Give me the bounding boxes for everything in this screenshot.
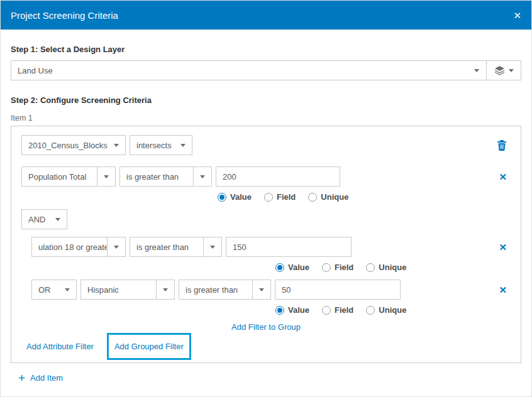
- target-layer-dropdown[interactable]: 2010_Census_Blocks: [21, 135, 126, 155]
- filter3-field-dropdown[interactable]: Hispanic: [80, 280, 175, 300]
- radio-field-label: Field: [335, 305, 353, 315]
- chevron-down-icon: [174, 136, 192, 155]
- chevron-down-icon: [156, 280, 174, 299]
- radio-icon[interactable]: [366, 306, 375, 315]
- group-conjunction-dropdown[interactable]: AND: [21, 209, 67, 229]
- filter3-operator-dropdown[interactable]: is greater than: [179, 280, 271, 300]
- filter3-field-value: Hispanic: [81, 280, 156, 299]
- filter2-field-dropdown[interactable]: ulation 18 or greater: [31, 237, 126, 257]
- item-label: Item 1: [11, 114, 521, 122]
- radio-icon[interactable]: [264, 193, 273, 202]
- filter3-row: OR Hispanic is greater than ✕: [31, 280, 511, 300]
- filter3-value-input[interactable]: [275, 280, 401, 300]
- project-screening-dialog: Project Screening Criteria ✕ Step 1: Sel…: [0, 0, 532, 397]
- chevron-down-icon: [58, 280, 76, 299]
- design-layer-select[interactable]: Land Use: [11, 60, 521, 80]
- chevron-down-icon: [97, 167, 115, 186]
- filter-group: ulation 18 or greater is greater than ✕ …: [31, 237, 511, 315]
- filter1-row: Population Total is greater than ✕: [21, 166, 511, 187]
- chevron-down-icon[interactable]: [467, 61, 486, 80]
- add-item-label: Add Item: [30, 373, 63, 383]
- filter3-conjunction-value: OR: [32, 280, 58, 299]
- delete-item-button[interactable]: [497, 139, 511, 151]
- filter1-operator-dropdown[interactable]: is greater than: [119, 166, 212, 187]
- radio-option-unique[interactable]: Unique: [308, 192, 348, 202]
- remove-filter1-icon[interactable]: ✕: [499, 172, 511, 182]
- add-filter-to-group-link[interactable]: Add Filter to Group: [231, 322, 301, 332]
- chevron-down-icon: [203, 237, 221, 256]
- plus-icon: +: [18, 372, 25, 384]
- radio-icon[interactable]: [308, 193, 317, 202]
- radio-icon[interactable]: [322, 306, 331, 315]
- add-grouped-filter-link[interactable]: Add Grouped Filter: [114, 342, 184, 351]
- filter2-row: ulation 18 or greater is greater than ✕: [31, 237, 511, 257]
- add-filter-to-group-row: Add Filter to Group: [21, 322, 511, 332]
- dialog-title: Project Screening Criteria: [11, 10, 118, 21]
- close-icon[interactable]: ✕: [513, 11, 521, 20]
- layer-relation-row: 2010_Census_Blocks intersects: [21, 135, 511, 155]
- criteria-panel: 2010_Census_Blocks intersects: [11, 126, 521, 363]
- radio-selected-icon[interactable]: [218, 193, 226, 202]
- radio-option-field[interactable]: Field: [264, 192, 296, 202]
- filter3-conjunction-dropdown[interactable]: OR: [31, 280, 77, 300]
- layer-options-button[interactable]: [486, 61, 521, 80]
- spatial-relation-dropdown[interactable]: intersects: [130, 135, 192, 155]
- radio-option-field[interactable]: Field: [322, 305, 353, 315]
- step1-heading: Step 1: Select a Design Layer: [11, 45, 521, 54]
- remove-filter2-icon[interactable]: ✕: [499, 242, 511, 252]
- add-grouped-filter-highlight: Add Grouped Filter: [107, 333, 191, 360]
- radio-option-value[interactable]: Value: [275, 305, 309, 315]
- filter1-mode-radios: Value Field Unique: [218, 192, 511, 202]
- chevron-down-icon: [108, 136, 125, 155]
- target-layer-value: 2010_Census_Blocks: [22, 136, 108, 155]
- radio-value-label: Value: [230, 192, 252, 202]
- chevron-down-icon: [252, 280, 270, 299]
- filter2-value-input[interactable]: [226, 237, 352, 257]
- remove-filter3-icon[interactable]: ✕: [499, 285, 511, 295]
- radio-unique-label: Unique: [379, 263, 406, 272]
- chevron-down-icon: [49, 210, 67, 229]
- group-conjunction-row: AND: [21, 209, 511, 229]
- radio-selected-icon[interactable]: [275, 306, 284, 315]
- filter1-field-dropdown[interactable]: Population Total: [21, 166, 116, 187]
- radio-field-label: Field: [277, 192, 296, 202]
- trash-icon: [497, 139, 507, 151]
- group-conjunction-value: AND: [22, 210, 49, 229]
- radio-option-value[interactable]: Value: [275, 263, 309, 272]
- radio-option-field[interactable]: Field: [322, 263, 353, 272]
- filter3-operator-value: is greater than: [179, 280, 252, 299]
- radio-value-label: Value: [288, 305, 309, 315]
- step2-heading: Step 2: Configure Screening Criteria: [11, 95, 521, 105]
- spatial-relation-value: intersects: [130, 136, 174, 155]
- radio-field-label: Field: [335, 263, 353, 272]
- filter3-mode-radios: Value Field Unique: [275, 305, 511, 315]
- radio-icon[interactable]: [322, 263, 331, 272]
- radio-unique-label: Unique: [321, 192, 348, 202]
- dialog-header: Project Screening Criteria ✕: [1, 1, 531, 30]
- filter1-value-input[interactable]: [216, 166, 340, 187]
- radio-option-value[interactable]: Value: [218, 192, 252, 202]
- filter1-field-value: Population Total: [22, 167, 97, 186]
- radio-option-unique[interactable]: Unique: [366, 263, 406, 272]
- dialog-body: Step 1: Select a Design Layer Land Use S…: [1, 30, 531, 384]
- radio-option-unique[interactable]: Unique: [366, 305, 406, 315]
- chevron-down-icon: [107, 237, 125, 256]
- filter2-mode-radios: Value Field Unique: [275, 263, 511, 272]
- filter1-operator-value: is greater than: [120, 167, 193, 186]
- filter2-operator-dropdown[interactable]: is greater than: [130, 237, 222, 257]
- panel-bottom-links: Add Attribute Filter Add Grouped Filter: [21, 333, 511, 360]
- filter2-field-value: ulation 18 or greater: [32, 237, 107, 256]
- add-attribute-filter-link[interactable]: Add Attribute Filter: [26, 342, 94, 351]
- radio-unique-label: Unique: [379, 305, 406, 315]
- radio-value-label: Value: [288, 263, 309, 272]
- radio-icon[interactable]: [366, 263, 375, 272]
- chevron-down-icon: [509, 69, 514, 72]
- layers-icon: [494, 65, 505, 75]
- filter2-operator-value: is greater than: [130, 237, 203, 256]
- add-item-button[interactable]: + Add Item: [18, 372, 521, 384]
- radio-selected-icon[interactable]: [275, 263, 284, 272]
- chevron-down-icon: [193, 167, 211, 186]
- design-layer-value: Land Use: [11, 61, 467, 80]
